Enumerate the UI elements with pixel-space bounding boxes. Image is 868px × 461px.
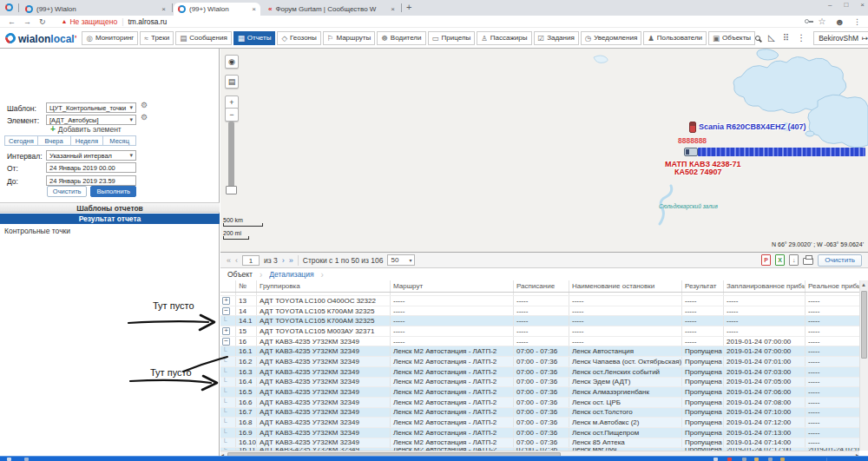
header-route[interactable]: Маршрут	[391, 280, 514, 292]
taskbar-icon[interactable]	[24, 458, 29, 461]
table-row-16.2[interactable]: └16.2АДТ КАВЗ-4235 У732КМ 32349Ленск М2 …	[220, 357, 859, 367]
menu-item-monitoring[interactable]: ◎Мониторинг	[82, 31, 138, 45]
bookmark-star-icon[interactable]: ☆	[818, 16, 825, 26]
close-icon[interactable]: ×	[860, 1, 865, 9]
collapse-icon[interactable]: −	[222, 338, 230, 346]
table-row-16.1[interactable]: └16.1АДТ КАВЗ-4235 У732КМ 32349Ленск М2 …	[220, 346, 859, 357]
browser-menu-icon[interactable]: ⋮	[853, 17, 861, 26]
page-size-select[interactable]: 50 ▾	[387, 254, 415, 266]
scroll-up-icon[interactable]: ▲	[861, 282, 866, 287]
next-page-icon[interactable]: ›	[282, 256, 285, 265]
template-settings-icon[interactable]: ⚙	[141, 101, 148, 109]
depot-label-2[interactable]: КА502 74907	[674, 168, 722, 176]
table-row-14.1[interactable]: └14.1АДТ TOYOTA LC105 К700АМ 32325------…	[220, 316, 859, 326]
section-report-templates[interactable]: Шаблоны отчетов	[0, 202, 220, 213]
search-icon[interactable]	[755, 36, 760, 41]
menu-item-passengers[interactable]: ♙Пассажиры	[477, 31, 531, 45]
tab-close-icon[interactable]: ×	[391, 5, 395, 13]
header-planned[interactable]: Запланированное прибытие	[724, 280, 806, 292]
export-file-icon[interactable]: ↓	[789, 254, 799, 266]
table-row-16.9[interactable]: └16.9АДТ КАВЗ-4235 У732КМ 32349Ленск М2 …	[220, 428, 859, 438]
more-menu-icon[interactable]: ⋮	[797, 34, 806, 43]
vertical-scrollbar[interactable]: ▲	[859, 280, 868, 451]
element-settings-icon[interactable]: ⚙	[141, 113, 148, 122]
profile-avatar-icon[interactable]: ☻	[834, 17, 845, 26]
vehicle-marker-icon[interactable]	[689, 122, 696, 133]
table-row-16.5[interactable]: └16.5АДТ КАВЗ-4235 У732КМ 32349Ленск М2 …	[220, 387, 859, 398]
menu-item-units[interactable]: ▣Объекты	[708, 31, 755, 45]
taskbar-icon[interactable]	[754, 458, 759, 461]
tab-close-icon[interactable]: ×	[161, 5, 166, 13]
clear-report-button[interactable]: Очистить	[818, 254, 862, 267]
table-row-15[interactable]: +15АДТ TOYOTA LC105 М003АУ 32371--------…	[220, 326, 859, 337]
windows-taskbar[interactable]	[0, 456, 868, 461]
clear-button[interactable]: Очистить	[47, 186, 88, 197]
menu-item-messages[interactable]: ▤Сообщения	[175, 31, 231, 45]
minimize-icon[interactable]: –	[828, 1, 832, 9]
overlapping-labels-cluster[interactable]	[698, 148, 865, 156]
table-row-16.8[interactable]: └16.8АДТ КАВЗ-4235 У732КМ 32349Ленск М2 …	[220, 418, 859, 428]
execute-button[interactable]: Выполнить	[90, 186, 136, 197]
zoom-slider-track[interactable]	[228, 122, 234, 193]
menu-item-trailers[interactable]: ▭Прицепы	[428, 31, 476, 45]
menu-item-drivers[interactable]: ☸Водители	[377, 31, 425, 45]
map[interactable]: ◉ ▤ + − 500 km 200 mi Scania R620CB8X4EH…	[220, 49, 868, 252]
new-tab-button[interactable]: +	[406, 2, 411, 12]
menu-item-routes[interactable]: ⚐Маршруты	[323, 31, 375, 45]
tab-detalization-active[interactable]: Детализация	[269, 270, 313, 279]
print-icon[interactable]	[803, 258, 813, 265]
back-icon[interactable]: ←	[8, 17, 16, 26]
map-eye-button[interactable]: ◉	[225, 55, 239, 69]
apps-grid-icon[interactable]: ⠿	[783, 34, 789, 43]
taskbar-icon[interactable]	[742, 458, 746, 461]
logout-icon[interactable]: ↦	[862, 34, 868, 43]
range-month-button[interactable]: Месяц	[103, 135, 136, 146]
forward-icon[interactable]: →	[23, 17, 31, 26]
taskbar-icon[interactable]	[7, 458, 11, 461]
user-menu[interactable]: BekirovShM ↦	[813, 31, 868, 45]
tab-object[interactable]: Объект	[227, 270, 253, 279]
section-report-result[interactable]: Результат отчета	[0, 214, 220, 224]
zoom-out-button[interactable]: −	[225, 108, 239, 122]
template-select[interactable]: ЦУТ_Контрольные_точки ▾	[46, 102, 136, 113]
table-row-16.10[interactable]: └16.10АДТ КАВЗ-4235 У732КМ 32349Ленск М2…	[220, 438, 859, 449]
table-row-16[interactable]: −16АДТ КАВЗ-4235 У732КМ 32349-----------…	[220, 337, 859, 347]
tab-close-icon[interactable]: ×	[252, 5, 256, 13]
taskbar-icon[interactable]	[768, 458, 773, 461]
password-key-icon[interactable]	[805, 19, 809, 23]
security-warning-label[interactable]: Не защищено	[69, 17, 117, 26]
header-num[interactable]: №	[236, 280, 257, 292]
expand-icon[interactable]: +	[222, 327, 230, 335]
map-layers-button[interactable]: ▤	[225, 75, 239, 89]
menu-item-jobs[interactable]: ☑Задания	[534, 31, 579, 45]
result-item-control-points[interactable]: Контрольные точки	[4, 227, 70, 235]
expand-icon[interactable]: +	[222, 297, 230, 305]
browser-tab-2-active[interactable]: (99+) Wialon ×	[174, 3, 260, 16]
url-host[interactable]: tm.alrosa.ru	[128, 17, 167, 26]
range-week-button[interactable]: Неделя	[71, 135, 104, 146]
taskbar-icon[interactable]	[780, 458, 785, 461]
export-xls-icon[interactable]: X	[775, 254, 785, 266]
range-today-button[interactable]: Сегодня	[4, 135, 38, 146]
menu-item-users[interactable]: ♟Пользователи	[643, 31, 707, 45]
table-row-13[interactable]: +13АДТ TOYOTA LC100 О400ОС 32322--------…	[220, 296, 859, 306]
last-page-icon[interactable]: »	[289, 256, 293, 265]
collapse-icon[interactable]: −	[222, 307, 230, 315]
truck-icon[interactable]	[684, 148, 698, 156]
security-warning-icon[interactable]: ▲	[62, 18, 68, 24]
page-number-input[interactable]: 1	[242, 255, 260, 266]
header-result[interactable]: Результат	[682, 280, 724, 292]
table-row-14[interactable]: −14АДТ TOYOTA LC105 К700АМ 32325--------…	[220, 306, 859, 317]
header-schedule[interactable]: Расписание	[514, 280, 569, 292]
taskbar-icon[interactable]	[713, 458, 718, 461]
browser-tab-1[interactable]: (99+) Wialon ×	[21, 3, 170, 16]
maximize-icon[interactable]: □	[844, 1, 848, 9]
add-element-link[interactable]: + Добавить элемент	[50, 124, 122, 134]
vertical-scroll-thumb[interactable]	[861, 291, 867, 359]
ruler-icon[interactable]: ◺	[768, 34, 775, 43]
cluster-count-label[interactable]: 8888888	[678, 136, 707, 145]
header-group[interactable]: Группировка	[257, 280, 391, 292]
browser-tab-3[interactable]: « Форум Gurtam | Сообщество W ×	[264, 3, 399, 16]
reload-icon[interactable]: ↻	[39, 17, 46, 26]
zoom-slider-handle[interactable]	[226, 186, 237, 194]
